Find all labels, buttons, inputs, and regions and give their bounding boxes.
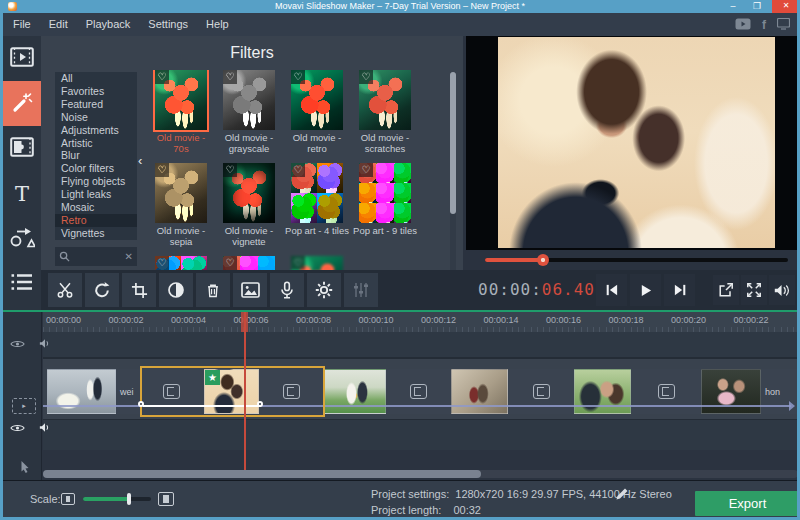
category-light-leaks[interactable]: Light leaks	[55, 188, 137, 201]
search-input[interactable]	[70, 251, 125, 262]
favorite-heart-icon[interactable]: ♡	[359, 70, 373, 84]
sidebar-item-transitions[interactable]	[3, 126, 41, 171]
detach-preview-button[interactable]	[713, 275, 739, 305]
timeline-clip-thumbnail[interactable]	[574, 369, 631, 414]
menu-item-edit[interactable]: Edit	[40, 13, 77, 36]
track-visibility-eye-icon[interactable]	[10, 335, 25, 353]
clear-search-icon[interactable]: ✕	[125, 251, 133, 262]
category-blur[interactable]: Blur	[55, 149, 137, 162]
category-color-filters[interactable]: Color filters	[55, 162, 137, 175]
video-track-speaker-icon[interactable]	[39, 419, 51, 437]
category-all[interactable]: All	[55, 72, 137, 85]
color-adjustments-button[interactable]	[159, 273, 193, 307]
favorite-heart-icon[interactable]: ♡	[359, 163, 373, 177]
sidebar-item-animation[interactable]	[3, 216, 41, 261]
timeline-transition[interactable]	[138, 369, 204, 414]
filter-item[interactable]: ♡Old movie - grayscale	[216, 70, 282, 156]
cursor-tool-icon[interactable]	[20, 460, 30, 478]
record-audio-button[interactable]	[270, 273, 304, 307]
timeline-clip-thumbnail[interactable]	[451, 369, 508, 414]
zoom-out-frame-icon[interactable]	[61, 493, 75, 505]
insert-image-button[interactable]	[233, 273, 267, 307]
playhead[interactable]	[244, 312, 246, 470]
video-track-icon[interactable]: ▸	[12, 398, 36, 414]
category-mosaic[interactable]: Mosaic	[55, 201, 137, 214]
favorite-heart-icon[interactable]: ♡	[155, 70, 169, 84]
next-frame-button[interactable]	[664, 274, 695, 306]
youtube-icon[interactable]	[735, 16, 751, 34]
timeline-ruler[interactable]: 00:00:0000:00:0200:00:0400:00:0600:00:08…	[43, 312, 800, 332]
timeline-clip-body[interactable]: wei	[116, 369, 138, 414]
timeline-clip-thumbnail[interactable]	[701, 369, 761, 414]
filter-item[interactable]: ♡Old movie - 70s	[148, 70, 214, 156]
favorite-heart-icon[interactable]: ♡	[223, 163, 237, 177]
maximize-button[interactable]: ❐	[748, 0, 766, 13]
seek-bar[interactable]	[485, 258, 788, 262]
menu-item-settings[interactable]: Settings	[139, 13, 197, 36]
sidebar-item-filters[interactable]	[3, 81, 41, 126]
edit-settings-pencil-icon[interactable]	[615, 487, 629, 505]
volume-handle-left[interactable]	[138, 401, 144, 407]
filter-item[interactable]: ♡Old movie - scratches	[352, 70, 418, 156]
timeline-clip-thumbnail[interactable]	[323, 369, 386, 414]
filter-item[interactable]: ♡Pop art - 4 tiles	[284, 163, 350, 249]
filter-item[interactable]: ♡	[284, 256, 350, 270]
tutorial-icon[interactable]	[777, 16, 790, 34]
timeline-transition[interactable]	[259, 369, 323, 414]
favorite-heart-icon[interactable]: ♡	[155, 163, 169, 177]
rotate-button[interactable]	[85, 273, 119, 307]
sidebar-item-media[interactable]	[3, 36, 41, 81]
filter-item[interactable]: ♡Old movie - retro	[284, 70, 350, 156]
scale-slider[interactable]	[83, 497, 151, 501]
timeline-scrollbar-thumb[interactable]	[43, 470, 481, 478]
seek-handle[interactable]	[537, 254, 549, 266]
linked-track-lane[interactable]	[43, 332, 800, 358]
fullscreen-button[interactable]	[741, 275, 767, 305]
filter-item[interactable]: ♡Pop art - 9 tiles	[352, 163, 418, 249]
filter-item[interactable]: ♡	[148, 256, 214, 270]
timeline-transition[interactable]	[386, 369, 451, 414]
favorite-heart-icon[interactable]: ♡	[223, 70, 237, 84]
category-adjustments[interactable]: Adjustments	[55, 124, 137, 137]
category-featured[interactable]: Featured	[55, 98, 137, 111]
filter-item[interactable]: ♡	[216, 256, 282, 270]
filters-scrollbar[interactable]	[450, 72, 456, 280]
previous-frame-button[interactable]	[596, 274, 627, 306]
zoom-in-frame-icon[interactable]	[158, 492, 174, 506]
audio-track-lane[interactable]	[43, 420, 800, 450]
category-retro[interactable]: Retro	[55, 214, 137, 227]
export-button[interactable]: Export	[695, 491, 800, 516]
menu-item-playback[interactable]: Playback	[77, 13, 140, 36]
category-favorites[interactable]: Favorites	[55, 85, 137, 98]
volume-handle-right[interactable]	[257, 401, 263, 407]
clip-properties-button[interactable]	[307, 273, 341, 307]
timeline-transition[interactable]	[508, 369, 574, 414]
close-button[interactable]: ✕	[772, 0, 800, 13]
facebook-icon[interactable]: f	[762, 18, 766, 32]
collapse-categories-arrow[interactable]: ‹	[138, 154, 142, 167]
menu-item-help[interactable]: Help	[197, 13, 238, 36]
favorite-heart-icon[interactable]: ♡	[155, 256, 169, 270]
filter-item[interactable]: ♡Old movie - sepia	[148, 163, 214, 249]
category-flying-objects[interactable]: Flying objects	[55, 175, 137, 188]
sidebar-item-titles[interactable]: T	[3, 171, 41, 216]
sidebar-item-track-list[interactable]	[3, 261, 41, 306]
timeline-clip-thumbnail[interactable]	[47, 369, 116, 414]
crop-button[interactable]	[122, 273, 156, 307]
video-track-eye-icon[interactable]	[10, 419, 25, 437]
category-artistic[interactable]: Artistic	[55, 137, 137, 150]
favorite-heart-icon[interactable]: ♡	[291, 163, 305, 177]
favorite-heart-icon[interactable]: ♡	[223, 256, 237, 270]
filters-scrollbar-thumb[interactable]	[450, 72, 456, 214]
favorite-heart-icon[interactable]: ♡	[291, 256, 305, 270]
volume-button[interactable]	[769, 275, 795, 305]
play-button[interactable]	[630, 274, 661, 306]
scale-slider-handle[interactable]	[127, 493, 131, 505]
timeline-scrollbar[interactable]	[43, 470, 798, 478]
category-vignettes[interactable]: Vignettes	[55, 227, 137, 240]
timeline-clip-thumbnail[interactable]: ★	[204, 369, 259, 414]
minimize-button[interactable]: –	[724, 0, 742, 13]
favorite-heart-icon[interactable]: ♡	[291, 70, 305, 84]
split-button[interactable]	[48, 273, 82, 307]
equalizer-button[interactable]	[344, 273, 378, 307]
